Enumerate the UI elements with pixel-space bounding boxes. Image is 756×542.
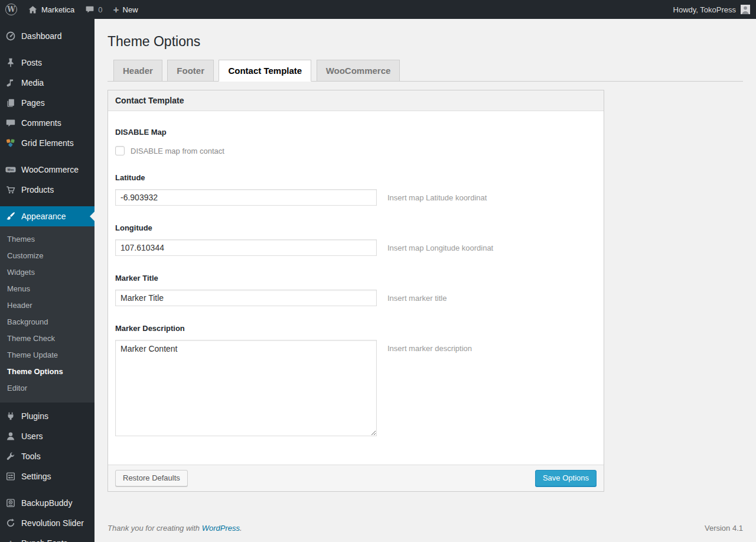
sidebar-label: Settings (21, 472, 51, 481)
backup-icon (5, 497, 17, 509)
submenu-item-themes[interactable]: Themes (0, 231, 94, 248)
appearance-brush-icon (5, 210, 17, 222)
svg-text:A: A (8, 540, 14, 542)
tab-footer[interactable]: Footer (167, 60, 214, 82)
sidebar-label: Revolution Slider (21, 518, 84, 528)
submenu-item-theme-check[interactable]: Theme Check (0, 330, 94, 347)
users-icon (5, 430, 17, 442)
plus-icon: + (113, 5, 119, 15)
woocommerce-icon: Woo (5, 164, 17, 176)
submenu-item-widgets[interactable]: Widgets (0, 264, 94, 281)
field-longitude: Longitude Insert map Longitude koordinat (115, 223, 597, 256)
sidebar-label: Comments (21, 118, 61, 128)
sidebar-label: Users (21, 431, 43, 441)
panel-footer: Restore Defaults Save Options (108, 465, 604, 491)
sidebar-item-appearance[interactable]: Appearance (0, 206, 94, 226)
sidebar-label: Punch Fonts (21, 538, 68, 542)
panel-body: DISABLE Map DISABLE map from contact Lat… (108, 111, 604, 465)
sidebar-item-tools[interactable]: Tools (0, 446, 94, 466)
refresh-icon (5, 517, 17, 529)
submenu-item-background[interactable]: Background (0, 314, 94, 330)
svg-text:Woo: Woo (8, 168, 14, 171)
pin-icon (5, 57, 17, 69)
sidebar-item-settings[interactable]: Settings (0, 466, 94, 486)
sidebar-item-pages[interactable]: Pages (0, 93, 94, 113)
field-label: Longitude (115, 223, 597, 232)
sidebar-label: WooCommerce (21, 165, 79, 174)
howdy-text: Howdy, TokoPress (673, 5, 736, 14)
sidebar-label: Products (21, 185, 54, 194)
sidebar-item-punch-fonts[interactable]: A Punch Fonts (0, 533, 94, 542)
marker-title-input[interactable] (115, 290, 377, 306)
cart-icon (5, 184, 17, 196)
field-disable-map: DISABLE Map DISABLE map from contact (115, 128, 597, 155)
wordpress-logo-icon: W (5, 4, 17, 15)
field-hint: Insert marker description (387, 344, 472, 353)
sidebar-item-grid-elements[interactable]: Grid Elements (0, 133, 94, 153)
sidebar-item-comments[interactable]: Comments (0, 113, 94, 133)
media-icon (5, 77, 17, 89)
longitude-input[interactable] (115, 239, 377, 256)
page-footer: Thank you for creating with WordPress. V… (107, 524, 743, 533)
wordpress-link[interactable]: WordPress (202, 524, 240, 533)
sidebar-item-dashboard[interactable]: Dashboard (0, 26, 94, 46)
site-name: Marketica (41, 5, 74, 14)
sidebar-label: Pages (21, 98, 45, 108)
version-text: Version 4.1 (705, 524, 743, 533)
sidebar-item-woocommerce[interactable]: Woo WooCommerce (0, 160, 94, 180)
field-hint: Insert map Latitude koordinat (387, 193, 487, 202)
submenu-item-theme-options[interactable]: Theme Options (0, 364, 94, 380)
new-content-menu[interactable]: + New (108, 0, 144, 19)
sidebar-item-products[interactable]: Products (0, 180, 94, 200)
comments-menu[interactable]: 0 (80, 0, 107, 19)
save-options-button[interactable]: Save Options (535, 470, 597, 486)
sidebar-item-media[interactable]: Media (0, 73, 94, 93)
letter-a-icon: A (5, 537, 17, 542)
main-content: Theme Options Header Footer Contact Temp… (94, 19, 756, 542)
wp-logo-menu[interactable]: W (0, 0, 22, 19)
disable-map-checkbox[interactable] (115, 146, 125, 155)
sidebar-label: Tools (21, 452, 41, 461)
sidebar-item-revolution-slider[interactable]: Revolution Slider (0, 513, 94, 533)
contact-template-panel: Contact Template DISABLE Map DISABLE map… (107, 90, 604, 492)
sidebar-item-backupbuddy[interactable]: BackupBuddy (0, 493, 94, 513)
sidebar-item-plugins[interactable]: Plugins (0, 406, 94, 426)
checkbox-label: DISABLE map from contact (131, 147, 224, 155)
plugin-icon (5, 410, 17, 422)
pages-icon (5, 97, 17, 109)
sidebar-item-users[interactable]: Users (0, 426, 94, 446)
field-label: DISABLE Map (115, 128, 597, 137)
latitude-input[interactable] (115, 189, 377, 206)
thanks-suffix: . (240, 524, 242, 533)
comments-icon (5, 117, 17, 129)
submenu-item-header[interactable]: Header (0, 297, 94, 314)
new-label: New (123, 5, 138, 14)
page-title: Theme Options (107, 33, 743, 50)
field-marker-description: Marker Description Marker Content Insert… (115, 324, 597, 436)
sidebar-label: Posts (21, 58, 42, 67)
dashboard-icon (5, 30, 17, 42)
marker-description-textarea[interactable]: Marker Content (115, 340, 377, 436)
restore-defaults-button[interactable]: Restore Defaults (115, 470, 188, 486)
settings-icon (5, 470, 17, 482)
sidebar-item-posts[interactable]: Posts (0, 53, 94, 73)
submenu-item-menus[interactable]: Menus (0, 281, 94, 297)
field-hint: Insert marker title (387, 294, 447, 303)
tab-contact-template[interactable]: Contact Template (219, 60, 311, 82)
submenu-item-theme-update[interactable]: Theme Update (0, 347, 94, 364)
tab-woocommerce[interactable]: WooCommerce (317, 60, 400, 82)
panel-title: Contact Template (108, 90, 604, 111)
submenu-item-editor[interactable]: Editor (0, 380, 94, 397)
my-account-menu[interactable]: Howdy, TokoPress (668, 0, 750, 19)
thanks-prefix: Thank you for creating with (107, 524, 202, 533)
grid-elements-icon (5, 137, 17, 149)
comment-bubble-icon (85, 5, 94, 14)
sidebar-label: Grid Elements (21, 138, 74, 148)
sidebar-label: Appearance (21, 212, 66, 221)
sidebar-label: Dashboard (21, 31, 62, 41)
site-menu[interactable]: Marketica (22, 0, 80, 19)
admin-sidebar: Dashboard Posts Media Pages Comments (0, 19, 94, 542)
user-avatar (741, 5, 750, 14)
tab-header[interactable]: Header (113, 60, 162, 82)
submenu-item-customize[interactable]: Customize (0, 248, 94, 264)
